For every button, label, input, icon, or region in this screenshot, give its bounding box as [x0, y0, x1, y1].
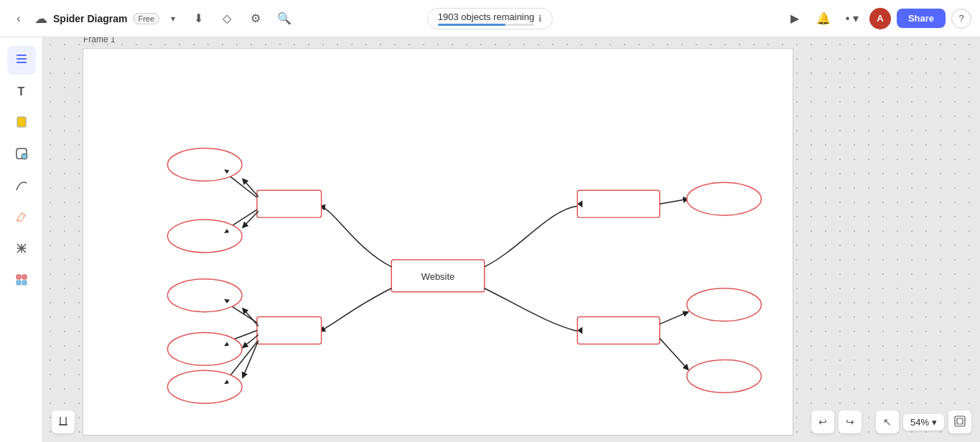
svg-point-31 [167, 333, 242, 366]
spider-diagram: Website [83, 49, 793, 435]
svg-rect-16 [257, 190, 322, 217]
undo-button[interactable]: ↩ [811, 410, 834, 433]
toolbar-right: ▶ 🔔 • ▾ A Share ? [559, 7, 971, 30]
svg-rect-52 [957, 418, 963, 424]
diagram-frame[interactable]: Frame 1 Website [83, 48, 793, 436]
zoom-control[interactable]: 54% ▾ [903, 414, 944, 431]
gear-icon: ⚙ [251, 11, 261, 25]
search-icon: 🔍 [277, 11, 291, 25]
cursor-button[interactable]: ↖ [876, 410, 899, 433]
svg-point-40 [687, 359, 762, 392]
sidebar-item-text[interactable]: T [7, 77, 36, 106]
svg-line-17 [227, 174, 257, 197]
toolbar-center: 1903 objects remaining ℹ [427, 8, 553, 29]
app-title: Spider Diagram [53, 13, 127, 24]
frame-label: Frame 1 [83, 37, 116, 44]
tag-icon: ◇ [223, 11, 231, 25]
sidebar-item-shape[interactable] [7, 141, 36, 169]
search-button[interactable]: 🔍 [273, 7, 296, 30]
svg-point-28 [167, 279, 242, 312]
notification-button[interactable]: 🔔 [812, 7, 835, 30]
back-button[interactable]: ‹ [9, 9, 29, 29]
objects-remaining-label: 1903 objects remaining [438, 11, 534, 22]
svg-line-42 [320, 288, 392, 331]
frame-button[interactable] [52, 410, 75, 433]
svg-rect-26 [257, 317, 322, 344]
dropdown-chevron-button[interactable]: ▾ [165, 11, 181, 27]
map-button[interactable] [948, 410, 971, 433]
shape-icon [14, 146, 29, 164]
svg-point-25 [687, 182, 762, 215]
note-icon [14, 115, 29, 133]
map-icon [954, 415, 966, 429]
back-icon: ‹ [17, 12, 20, 25]
cursor-icon: ↖ [883, 416, 892, 428]
layers-icon [14, 52, 29, 70]
tag-button[interactable]: ◇ [215, 7, 238, 30]
undo-icon: ↩ [818, 416, 827, 428]
toolbar-left: ‹ ☁ Spider Diagram Free ▾ ⬇ ◇ ⚙ 🔍 [9, 7, 421, 30]
zoom-level: 54% [910, 417, 929, 428]
play-icon: ▶ [790, 11, 799, 25]
canvas-area[interactable]: Frame 1 Website [43, 37, 980, 442]
info-icon[interactable]: ℹ [538, 14, 542, 24]
svg-point-34 [167, 370, 242, 403]
progress-bar [438, 24, 534, 26]
svg-line-39 [660, 339, 689, 370]
bottom-controls: ↩ ↪ ↖ 54% ▾ [811, 410, 971, 433]
svg-rect-2 [17, 62, 27, 63]
frame-icon [57, 415, 69, 429]
sidebar-item-cross[interactable] [7, 235, 36, 264]
svg-point-38 [687, 288, 762, 321]
components-icon [14, 273, 29, 291]
settings-button[interactable]: ⚙ [244, 7, 267, 30]
progress-bar-fill [438, 24, 505, 26]
chevron-down-icon: ▾ [171, 14, 175, 24]
help-icon: ? [958, 13, 963, 24]
sidebar-item-line[interactable] [7, 172, 36, 201]
notification-wrap: 🔔 [812, 7, 835, 30]
objects-remaining-info: 1903 objects remaining [438, 11, 534, 26]
sidebar-item-pen[interactable] [7, 204, 36, 232]
svg-point-21 [167, 220, 242, 253]
svg-line-37 [660, 312, 689, 324]
svg-line-24 [660, 199, 689, 204]
toolbar: ‹ ☁ Spider Diagram Free ▾ ⬇ ◇ ⚙ 🔍 1903 o… [0, 0, 980, 37]
svg-rect-11 [22, 275, 27, 279]
svg-text:Website: Website [421, 271, 455, 282]
bell-icon: 🔔 [816, 11, 831, 25]
svg-rect-53 [59, 424, 67, 425]
svg-rect-13 [22, 281, 27, 285]
help-button[interactable]: ? [951, 9, 971, 29]
svg-rect-10 [17, 275, 21, 279]
pen-icon [14, 210, 29, 227]
svg-point-18 [167, 148, 242, 181]
cross-icon [14, 241, 29, 259]
redo-icon: ↪ [846, 416, 854, 428]
more-button[interactable]: • ▾ [841, 7, 864, 30]
svg-rect-1 [17, 58, 27, 60]
sidebar-item-note[interactable] [7, 109, 36, 138]
svg-rect-12 [17, 281, 21, 285]
plan-badge: Free [133, 13, 159, 24]
download-icon: ⬇ [194, 11, 203, 25]
share-button[interactable]: Share [897, 9, 946, 28]
play-button[interactable]: ▶ [783, 7, 806, 30]
svg-line-46 [243, 309, 258, 326]
svg-rect-3 [17, 117, 26, 127]
text-icon: T [18, 85, 25, 98]
sidebar-item-components[interactable] [7, 267, 36, 296]
svg-rect-23 [577, 190, 660, 217]
bottom-left-controls [52, 410, 75, 433]
line-icon [14, 178, 29, 196]
app-icon: ☁ [34, 11, 47, 27]
redo-button[interactable]: ↪ [839, 410, 862, 433]
svg-point-5 [22, 154, 27, 159]
sidebar-item-layers[interactable] [7, 46, 36, 75]
more-icon: • ▾ [846, 11, 859, 25]
objects-remaining-pill: 1903 objects remaining ℹ [427, 8, 553, 29]
download-button[interactable]: ⬇ [187, 7, 210, 30]
svg-rect-51 [955, 416, 965, 426]
avatar[interactable]: A [869, 8, 891, 29]
svg-rect-36 [577, 317, 660, 344]
